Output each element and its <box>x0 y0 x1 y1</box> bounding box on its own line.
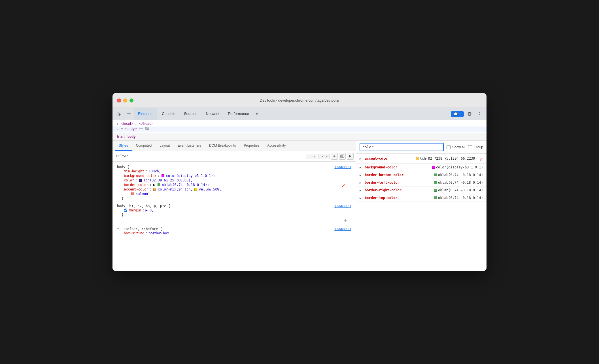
css-add-rule-footer: + <box>117 217 351 224</box>
tab-computed[interactable]: Computed <box>132 141 156 151</box>
group-label: Group <box>474 145 483 149</box>
tab-network[interactable]: Network <box>202 108 224 120</box>
window-title: DevTools - developer.chrome.com/tags/dev… <box>260 98 339 102</box>
add-style-rule-button[interactable]: + <box>331 153 338 160</box>
expand-border-right-color[interactable]: ▶ <box>360 189 363 192</box>
margin-checkbox[interactable] <box>124 209 127 212</box>
salmon-swatch[interactable] <box>131 192 134 195</box>
computed-item-border-top-color: ▶ border-top-color oklab(0.74 −0.18 0.14… <box>356 194 487 202</box>
tab-accessibility[interactable]: Accessibility <box>263 141 290 151</box>
accent-color-computed-arrow: ↙ <box>479 155 483 162</box>
tab-properties[interactable]: Properties <box>240 141 264 151</box>
expand-border-top-color[interactable]: ▶ <box>360 196 363 200</box>
svg-rect-1 <box>127 114 131 114</box>
tab-layout[interactable]: Layout <box>156 141 174 151</box>
cls-button[interactable]: .cls <box>318 154 330 159</box>
accent-color-swatch[interactable] <box>153 188 156 191</box>
css-close-brace-body: } <box>117 196 351 201</box>
show-all-checkbox[interactable] <box>447 145 451 149</box>
computed-item-accent-color: ▶ accent-color lch(82.7238 75.1294 66.22… <box>356 154 487 164</box>
filter-input[interactable] <box>115 154 304 159</box>
tab-performance[interactable]: Performance <box>224 108 253 120</box>
css-prop-box-sizing: box-sizing: border-box; <box>117 231 351 235</box>
expand-background-color[interactable]: ▶ <box>360 166 363 169</box>
comments-badge-button[interactable]: 💬 1 <box>451 111 464 117</box>
css-rule-selector: body { (index):1 <box>117 165 351 169</box>
computed-border-left-swatch[interactable] <box>434 181 437 184</box>
cursor-icon[interactable] <box>115 110 124 119</box>
more-options-button[interactable]: ⋮ <box>475 110 484 119</box>
toggle-css-changes-button[interactable] <box>347 153 354 160</box>
computed-item-background-color: ▶ background-color color(display-p3 1 0 … <box>356 164 487 171</box>
titlebar: DevTools - developer.chrome.com/tags/dev… <box>112 93 487 108</box>
css-prop-color: color: lch(32.39 61.25 308.86); <box>117 178 351 183</box>
computed-border-right-swatch[interactable] <box>434 189 437 192</box>
css-source-link-2[interactable]: (index):1 <box>334 204 351 208</box>
maximize-button[interactable] <box>129 99 133 102</box>
filter-buttons: :hov .cls + <box>306 153 354 160</box>
expand-accent-color[interactable]: ▶ <box>360 157 363 160</box>
svg-rect-0 <box>127 113 131 114</box>
svg-marker-4 <box>349 155 351 158</box>
left-panel: Styles Computed Layout Event Listeners D… <box>112 141 356 271</box>
group-checkbox[interactable] <box>468 145 472 149</box>
show-all-label: Show all <box>452 145 465 149</box>
add-rule-button[interactable]: + <box>344 218 347 223</box>
new-style-rule-button[interactable] <box>339 153 346 160</box>
show-all-checkbox-group: Show all <box>447 145 465 149</box>
more-tabs-button[interactable]: » <box>254 110 261 119</box>
breadcrumb-body[interactable]: body <box>128 135 136 139</box>
tab-sources[interactable]: Sources <box>180 108 201 120</box>
computed-item-border-right-color: ▶ border-right-color oklab(0.74 −0.18 0.… <box>356 187 487 194</box>
border-color-swatch[interactable] <box>158 183 160 186</box>
layers-icon[interactable] <box>124 110 133 119</box>
computed-accent-swatch[interactable] <box>416 157 419 160</box>
hov-button[interactable]: :hov <box>306 154 317 159</box>
yellow-swatch[interactable] <box>194 188 197 191</box>
right-panel-inner: ▶ accent-color lch(82.7238 75.1294 66.22… <box>356 154 487 271</box>
background-color-swatch[interactable] <box>162 174 164 177</box>
dom-tree-area: ▶ <head> … </head> … ▼ <body> == $0 <box>112 120 487 133</box>
traffic-lights <box>117 99 133 102</box>
css-source-link-3[interactable]: (index):1 <box>334 227 351 231</box>
tab-event-listeners[interactable]: Event Listeners <box>174 141 205 151</box>
expand-border-left-color[interactable]: ▶ <box>360 181 363 184</box>
css-prop-background-color: background-color: color(display-p3 1 0 1… <box>117 174 351 178</box>
top-right-icons: 💬 1 ⚙ ⋮ <box>451 110 484 119</box>
css-prop-accent-color: accent-color: color-mix(in lch, yellow 5… <box>117 187 351 192</box>
tab-elements[interactable]: Elements <box>134 108 157 120</box>
tab-dom-breakpoints[interactable]: DOM Breakpoints <box>205 141 240 151</box>
dom-head-line[interactable]: ▶ <head> … </head> <box>112 121 487 127</box>
dom-body-line[interactable]: … ▼ <body> == $0 <box>112 127 487 132</box>
css-prop-accent-color-cont: salmon); <box>117 192 351 196</box>
devtools-window: DevTools - developer.chrome.com/tags/dev… <box>112 93 487 271</box>
css-rule-selector-2: body, h1, h2, h3, p, pre { (index):1 <box>117 204 351 208</box>
border-color-annotation-arrow: ↙ <box>341 181 346 189</box>
filter-bar: :hov .cls + <box>112 151 356 162</box>
main-area: Styles Computed Layout Event Listeners D… <box>112 141 487 271</box>
css-rule-body-headings: body, h1, h2, h3, p, pre { (index):1 mar… <box>112 203 356 225</box>
css-close-brace-2: } <box>117 213 351 217</box>
minimize-button[interactable] <box>123 99 127 102</box>
close-button[interactable] <box>117 99 121 102</box>
top-tabs-bar: Elements Console Sources Network Perform… <box>112 108 487 120</box>
tab-console[interactable]: Console <box>158 108 179 120</box>
computed-item-border-left-color: ▶ border-left-color oklab(0.74 −0.18 0.1… <box>356 179 487 187</box>
breadcrumb-html[interactable]: html <box>117 135 125 139</box>
css-source-link[interactable]: (index):1 <box>334 165 351 169</box>
computed-bg-swatch[interactable] <box>432 166 435 169</box>
expand-border-bottom-color[interactable]: ▶ <box>360 174 363 177</box>
computed-border-top-swatch[interactable] <box>434 196 437 199</box>
color-swatch[interactable] <box>139 179 142 182</box>
css-prop-border-color: border-color: ▶ oklab(0.74 −0.18 0.14); … <box>117 183 351 187</box>
css-rule-selector-3: *, ::after, ::before { (index):1 <box>117 227 351 231</box>
settings-button[interactable]: ⚙ <box>465 110 474 119</box>
computed-properties-list: ▶ accent-color lch(82.7238 75.1294 66.22… <box>356 154 487 271</box>
css-rule-body: body { (index):1 min-height: 100vh; back… <box>112 164 356 202</box>
computed-border-bottom-swatch[interactable] <box>434 174 437 176</box>
group-checkbox-group: Group <box>468 145 483 149</box>
computed-item-border-bottom-color: ▶ border-bottom-color oklab(0.74 −0.18 0… <box>356 171 487 179</box>
tab-styles[interactable]: Styles <box>115 141 132 151</box>
computed-search-area: Show all Group <box>356 141 487 154</box>
computed-search-input[interactable] <box>360 143 444 151</box>
